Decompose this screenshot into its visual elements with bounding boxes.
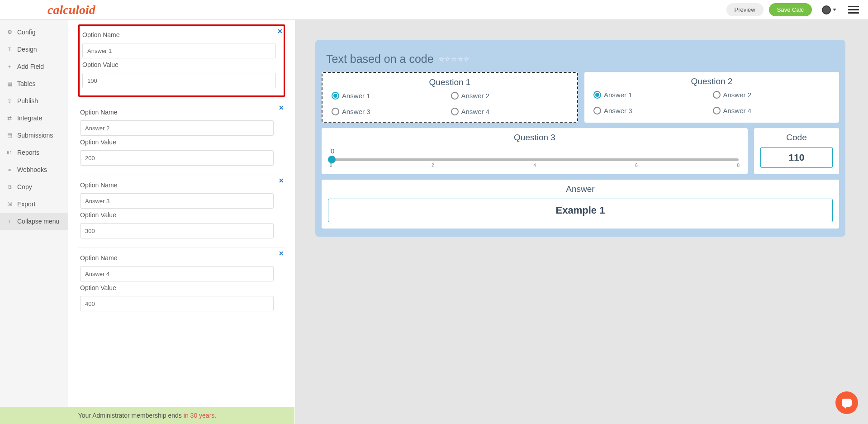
slider-track[interactable]	[331, 158, 739, 161]
sidebar-item-label: Add Field	[17, 63, 44, 70]
sidebar-item-submissions[interactable]: ▤Submissions	[0, 127, 68, 144]
remove-option-button[interactable]: ✕	[279, 104, 284, 111]
sidebar-collapse[interactable]: ‹Collapse menu	[0, 213, 68, 230]
radio-option[interactable]: Answer 2	[713, 91, 830, 99]
slider-tick: 6	[635, 163, 638, 168]
chat-icon	[842, 399, 852, 407]
question-1-panel[interactable]: Question 1 Answer 1 Answer 2 Answer 3 An…	[322, 72, 578, 123]
sidebar-item-label: Collapse menu	[17, 218, 59, 225]
sidebar-item-config[interactable]: ⚙Config	[0, 24, 68, 41]
slider-tick: 2	[432, 163, 434, 168]
radio-label: Answer 1	[342, 92, 370, 100]
membership-notice: Your Administrator membership ends in 30…	[0, 407, 294, 424]
option-name-label: Option Name	[80, 109, 283, 116]
sidebar-item-integrate[interactable]: ⇄Integrate	[0, 110, 68, 127]
option-value-label: Option Value	[82, 61, 281, 68]
option-value-input[interactable]	[80, 150, 274, 166]
export-icon: ⇲	[6, 201, 13, 207]
radio-option[interactable]: Answer 3	[593, 107, 711, 114]
sidebar-item-label: Reports	[17, 149, 39, 156]
rating-stars[interactable]: ☆ ☆ ☆ ☆ ☆	[438, 55, 470, 63]
sidebar-item-label: Copy	[17, 183, 32, 191]
sidebar: ⚙Config ⲦDesign ＋Add Field ▦Tables ⇧Publ…	[0, 20, 68, 424]
question-2-panel[interactable]: Question 2 Answer 1 Answer 2 Answer 3 An…	[584, 72, 839, 123]
option-name-input[interactable]	[80, 193, 274, 209]
option-block-4: ✕ Option Name Option Value	[78, 248, 285, 320]
notice-expiry: in 30 years.	[184, 412, 216, 419]
radio-option[interactable]: Answer 4	[451, 108, 569, 115]
copy-icon: ⧉	[6, 184, 13, 190]
option-name-label: Option Name	[80, 181, 283, 189]
save-calc-button[interactable]: Save Calc	[769, 3, 812, 16]
panel-title: Question 1	[329, 77, 571, 87]
radio-icon	[451, 92, 459, 100]
star-icon: ☆	[457, 55, 463, 63]
slider-value: 0	[328, 147, 741, 155]
radio-option[interactable]: Answer 4	[713, 107, 830, 114]
option-value-input[interactable]	[80, 296, 274, 311]
remove-option-button[interactable]: ✕	[277, 28, 283, 35]
star-icon: ☆	[451, 55, 457, 63]
radio-icon	[593, 91, 601, 99]
radio-label: Answer 4	[461, 108, 490, 115]
table-icon: ▦	[6, 81, 13, 87]
sidebar-item-add-field[interactable]: ＋Add Field	[0, 58, 68, 75]
radio-label: Answer 2	[461, 92, 490, 100]
radio-label: Answer 4	[723, 107, 752, 114]
calculator-title: Text based on a code ☆ ☆ ☆ ☆ ☆	[322, 52, 839, 72]
sidebar-item-label: Submissions	[17, 132, 53, 139]
sidebar-item-label: Integrate	[17, 114, 42, 122]
answer-panel[interactable]: Answer Example 1	[322, 180, 839, 229]
option-name-input[interactable]	[80, 120, 274, 136]
sidebar-item-publish[interactable]: ⇧Publish	[0, 92, 68, 110]
radio-icon	[593, 107, 601, 114]
sidebar-item-export[interactable]: ⇲Export	[0, 195, 68, 213]
remove-option-button[interactable]: ✕	[279, 250, 284, 257]
slider-tick: 4	[533, 163, 536, 168]
remove-option-button[interactable]: ✕	[279, 177, 284, 184]
sidebar-item-design[interactable]: ⲦDesign	[0, 41, 68, 58]
radio-icon	[332, 92, 339, 100]
option-name-input[interactable]	[82, 43, 276, 58]
radio-option[interactable]: Answer 1	[593, 91, 711, 99]
slider-tick: 8	[737, 163, 740, 168]
publish-icon: ⇧	[6, 98, 13, 104]
integrate-icon: ⇄	[6, 115, 13, 121]
panel-title: Question 3	[328, 133, 741, 143]
caret-down-icon	[833, 9, 836, 11]
sidebar-item-tables[interactable]: ▦Tables	[0, 75, 68, 92]
editor-panel: ✕ Option Name Option Value ✕ Option Name…	[68, 20, 295, 424]
sidebar-item-webhooks[interactable]: ∞Webhooks	[0, 161, 68, 178]
question-3-panel[interactable]: Question 3 0 0 2 4 6 8	[322, 128, 748, 174]
preview-button[interactable]: Preview	[726, 3, 764, 16]
radio-icon	[332, 108, 339, 115]
radio-icon	[713, 91, 721, 99]
option-name-input[interactable]	[80, 266, 274, 281]
radio-option[interactable]: Answer 3	[332, 108, 449, 115]
submissions-icon: ▤	[6, 132, 13, 138]
sidebar-item-label: Publish	[17, 97, 38, 105]
chat-support-button[interactable]	[835, 391, 858, 414]
option-value-input[interactable]	[80, 223, 274, 238]
star-icon: ☆	[438, 55, 444, 63]
panel-title: Code	[760, 133, 833, 143]
option-value-input[interactable]	[82, 73, 276, 88]
user-menu[interactable]	[822, 5, 836, 14]
radio-option[interactable]: Answer 2	[451, 92, 569, 100]
hamburger-menu[interactable]	[848, 6, 859, 14]
sidebar-item-label: Export	[17, 200, 35, 208]
option-value-label: Option Value	[80, 138, 283, 146]
slider-thumb[interactable]	[328, 156, 336, 163]
preview-panel: Text based on a code ☆ ☆ ☆ ☆ ☆ Question …	[295, 20, 868, 424]
sidebar-item-reports[interactable]: ⫾⫾Reports	[0, 144, 68, 161]
radio-option[interactable]: Answer 1	[332, 92, 449, 100]
sidebar-item-label: Config	[17, 29, 35, 36]
radio-icon	[713, 107, 721, 114]
sidebar-item-copy[interactable]: ⧉Copy	[0, 178, 68, 195]
panel-title: Answer	[328, 184, 833, 194]
star-icon: ☆	[464, 55, 470, 63]
code-panel[interactable]: Code 110	[754, 128, 839, 174]
notice-text: Your Administrator membership ends	[78, 412, 182, 419]
option-name-label: Option Name	[80, 254, 283, 262]
radio-label: Answer 3	[342, 108, 370, 115]
